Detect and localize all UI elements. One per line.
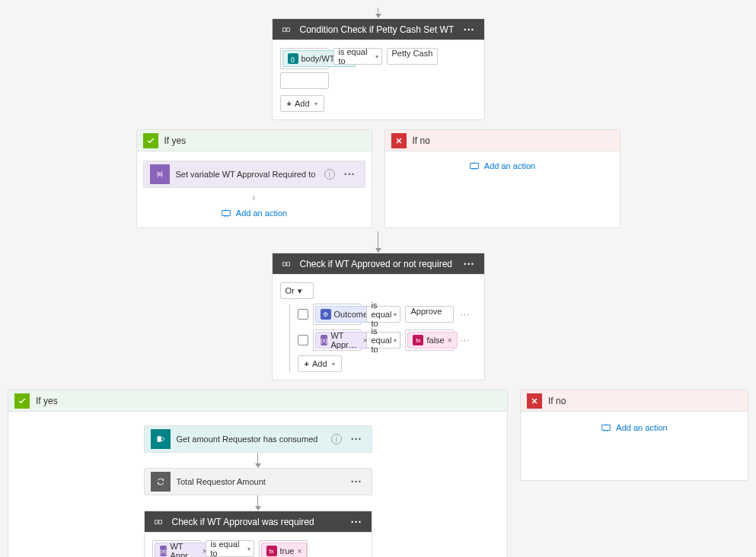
- left-operand[interactable]: ⚙ Outcome ×: [313, 304, 362, 325]
- branch-no-2: If no Add an action: [520, 390, 748, 481]
- variable-icon: [150, 164, 170, 184]
- card-title: Check if WT Approved or not required: [300, 259, 455, 269]
- card-title: Check if WT Approval was required: [172, 517, 342, 527]
- more-menu-button[interactable]: ···: [461, 258, 478, 270]
- arrow-down-2: [375, 231, 381, 253]
- left-operand[interactable]: {x} WT Appr… ×: [313, 329, 362, 351]
- condition-wt-required[interactable]: Check if WT Approval was required ··· {x…: [144, 511, 372, 557]
- branch-yes-2: If yes Get amount Requestor has consumed…: [8, 390, 508, 557]
- right-operand[interactable]: fx false ×: [405, 329, 454, 351]
- condition-wt-approved[interactable]: Check if WT Approved or not required ···…: [272, 253, 485, 380]
- chevron-down-icon: ▾: [394, 311, 397, 318]
- action-title: Get amount Requestor has consumed: [177, 434, 325, 444]
- arrow-after-setvar: [254, 196, 254, 200]
- chevron-down-icon: ▾: [247, 546, 250, 552]
- action-set-variable[interactable]: Set variable WT Approval Required to Fal…: [143, 161, 365, 188]
- dynamic-token[interactable]: {x} WT Appr… ×: [155, 543, 212, 557]
- group-operator-select[interactable]: Or▾: [280, 282, 314, 299]
- arrow-down-initial: [375, 8, 381, 18]
- branch-label: If no: [413, 135, 614, 146]
- dynamic-token[interactable]: {x} WT Appr… ×: [315, 332, 373, 349]
- branch-label: If yes: [36, 396, 501, 406]
- chevron-down-icon: ▾: [375, 53, 378, 60]
- action-get-amount[interactable]: Get amount Requestor has consumed i ···: [144, 425, 372, 453]
- row-menu-button[interactable]: ···: [458, 335, 471, 345]
- add-condition-button[interactable]: + Add ▾: [298, 355, 342, 372]
- svg-rect-1: [286, 27, 289, 31]
- token-icon: {x}: [321, 335, 328, 345]
- row-checkbox[interactable]: [298, 335, 308, 345]
- condition-petty-cash[interactable]: Condition Check if Petty Cash Set WT App…: [272, 18, 485, 120]
- row-menu-button[interactable]: ···: [458, 309, 471, 320]
- svg-rect-9: [158, 520, 161, 524]
- remove-token-icon[interactable]: ×: [297, 547, 301, 555]
- right-operand-input[interactable]: Petty Cash: [387, 48, 439, 65]
- token-icon: {x}: [160, 546, 167, 556]
- check-icon: [143, 133, 158, 148]
- left-operand[interactable]: {x} WT Appr… ×: [152, 540, 201, 557]
- action-title: Total Requestor Amount: [177, 477, 342, 486]
- add-condition-button[interactable]: + Add ▾: [280, 95, 324, 112]
- plus-icon: +: [287, 99, 292, 108]
- more-menu-button[interactable]: ···: [348, 476, 365, 488]
- token-icon: fx: [413, 335, 423, 345]
- condition-icon: [279, 256, 294, 272]
- chevron-down-icon: ▾: [314, 100, 317, 107]
- more-menu-button[interactable]: ···: [348, 433, 365, 445]
- condition-icon: [279, 22, 294, 37]
- svg-rect-3: [471, 164, 479, 169]
- info-icon[interactable]: i: [331, 434, 342, 444]
- add-action-link[interactable]: Add an action: [601, 422, 667, 433]
- svg-rect-4: [282, 262, 285, 266]
- svg-rect-2: [222, 211, 231, 216]
- arrow-down-inner-2: [255, 495, 261, 511]
- right-operand-input[interactable]: Approve: [405, 306, 454, 323]
- svg-rect-8: [155, 520, 158, 524]
- branch-no-1: If no Add an action: [384, 129, 620, 228]
- token-icon: ⚙: [321, 309, 331, 320]
- operator-select[interactable]: is equal to▾: [333, 48, 382, 65]
- plus-icon: +: [305, 359, 309, 368]
- more-menu-button[interactable]: ···: [348, 516, 365, 528]
- condition-icon: [151, 514, 166, 530]
- action-total-requestor[interactable]: Total Requestor Amount ···: [144, 468, 372, 495]
- branch-yes-1: If yes Set variable WT Approval Required…: [136, 129, 372, 228]
- action-title: Set variable WT Approval Required to Fal…: [176, 170, 318, 179]
- row-checkbox[interactable]: [298, 309, 308, 320]
- svg-rect-5: [286, 262, 289, 266]
- close-icon: [391, 133, 407, 148]
- left-operand[interactable]: {} body/WT… ×: [280, 48, 329, 69]
- operator-select[interactable]: is equal to▾: [366, 306, 401, 323]
- close-icon: [527, 393, 542, 409]
- more-menu-button[interactable]: ···: [341, 168, 359, 180]
- chevron-down-icon: ▾: [394, 337, 397, 344]
- chevron-down-icon: ▾: [332, 361, 335, 368]
- more-menu-button[interactable]: ···: [461, 24, 478, 36]
- dynamic-token[interactable]: fx true ×: [261, 543, 308, 557]
- arrow-down-inner-1: [255, 453, 261, 468]
- branch-label: If no: [548, 396, 742, 406]
- svg-rect-12: [602, 425, 611, 431]
- check-icon: [14, 393, 30, 409]
- left-operand-extra[interactable]: [280, 72, 329, 89]
- sharepoint-icon: [151, 429, 171, 449]
- svg-rect-0: [282, 27, 285, 31]
- branch-label: If yes: [164, 135, 365, 146]
- token-icon: {}: [288, 53, 298, 64]
- loop-icon: [151, 472, 171, 492]
- operator-select[interactable]: is equal to▾: [366, 332, 401, 349]
- add-action-link[interactable]: Add an action: [469, 161, 535, 171]
- info-icon[interactable]: i: [324, 169, 335, 180]
- card-title: Condition Check if Petty Cash Set WT App…: [300, 24, 455, 35]
- right-operand[interactable]: fx true ×: [259, 540, 308, 557]
- chevron-down-icon: ▾: [298, 286, 302, 296]
- dynamic-token[interactable]: fx false ×: [407, 332, 457, 349]
- add-action-link[interactable]: Add an action: [221, 208, 287, 218]
- remove-token-icon[interactable]: ×: [448, 336, 452, 345]
- token-icon: fx: [266, 546, 277, 556]
- operator-select[interactable]: is equal to▾: [206, 540, 254, 557]
